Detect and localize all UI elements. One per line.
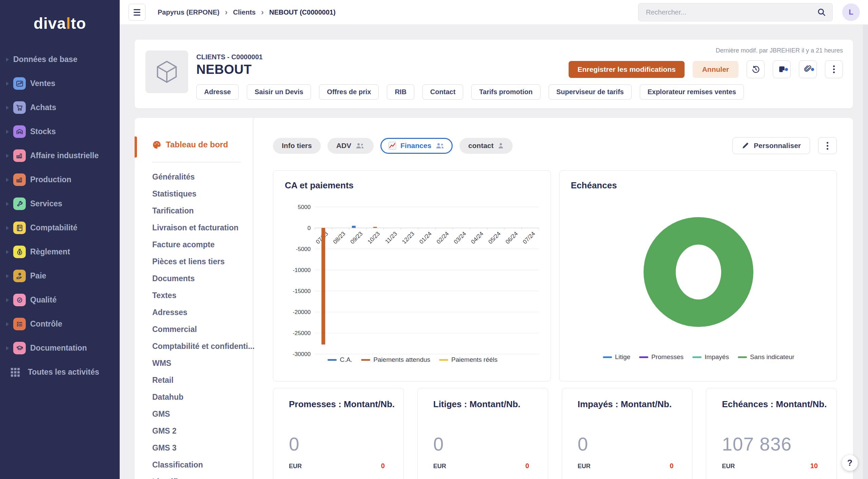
hamburger-menu-button[interactable] bbox=[129, 4, 145, 21]
legend-swatch bbox=[361, 359, 370, 361]
notification-dot bbox=[811, 68, 814, 71]
bar-chart-legend: C.A.Paiements attendusPaiements rééls bbox=[285, 356, 540, 363]
quick-link-saisir-un-devis[interactable]: Saisir un Devis bbox=[247, 84, 311, 100]
svg-text:-5000: -5000 bbox=[296, 246, 311, 252]
quick-link-explorateur-remises-ventes[interactable]: Explorateur remises ventes bbox=[640, 84, 744, 100]
sidebar-item-label: Production bbox=[30, 175, 71, 184]
sidebar-item-label: Qualité bbox=[30, 295, 57, 305]
sidebar-item-ventes[interactable]: Ventes bbox=[0, 71, 120, 96]
kpi-value: 0 bbox=[289, 433, 403, 455]
notes-button[interactable] bbox=[773, 60, 791, 78]
section-item-tarification[interactable]: Tarification bbox=[135, 202, 253, 219]
svg-text:07/24: 07/24 bbox=[521, 230, 536, 245]
tab-adv[interactable]: ADV bbox=[328, 138, 374, 154]
history-button[interactable] bbox=[747, 60, 765, 78]
svg-text:06/24: 06/24 bbox=[504, 230, 519, 245]
sidebar-item-comptabilite[interactable]: Comptabilité bbox=[0, 216, 120, 240]
search-button[interactable] bbox=[814, 5, 829, 20]
section-item-gms-2[interactable]: GMS 2 bbox=[135, 422, 253, 439]
dashboard-more-button[interactable] bbox=[818, 137, 837, 154]
tab-finances[interactable]: Finances bbox=[380, 138, 453, 154]
avatar[interactable]: L bbox=[842, 3, 860, 21]
breadcrumb-item-nebout-c0000001: NEBOUT (C0000001) bbox=[269, 8, 336, 16]
sidebar-item-reglement[interactable]: Règlement bbox=[0, 240, 120, 264]
legend-swatch bbox=[639, 356, 648, 358]
checklist-icon bbox=[13, 318, 26, 330]
tabs-actions: Personnaliser bbox=[732, 137, 837, 154]
sidebar-item-documentation[interactable]: Documentation bbox=[0, 336, 120, 360]
svg-text:04/24: 04/24 bbox=[470, 230, 485, 245]
sidebar-item-services[interactable]: Services bbox=[0, 192, 120, 216]
legend-label: C.A. bbox=[340, 356, 352, 363]
history-icon bbox=[751, 65, 760, 74]
breadcrumb: Papyrus (ERPONE)›Clients›NEBOUT (C000000… bbox=[158, 8, 336, 16]
section-item-wms[interactable]: WMS bbox=[135, 355, 253, 372]
tab-label: Info tiers bbox=[282, 142, 312, 150]
quick-link-adresse[interactable]: Adresse bbox=[196, 84, 239, 100]
sidebar-item-affaire-industrielle[interactable]: Affaire industrielle bbox=[0, 144, 120, 168]
kpi-footer: EUR 0 bbox=[433, 462, 529, 470]
charts-row: CA et paiements 50000-5000-10000-15000-2… bbox=[273, 170, 837, 381]
chevron-right-icon bbox=[6, 226, 9, 230]
quick-links-row: AdresseSaisir un DevisOffres de prixRIBC… bbox=[196, 84, 744, 100]
quick-link-contact[interactable]: Contact bbox=[422, 84, 463, 100]
section-item-gms[interactable]: GMS bbox=[135, 405, 253, 422]
section-item-pieces-et-liens-tiers[interactable]: Pièces et liens tiers bbox=[135, 253, 253, 270]
sidebar-item-production[interactable]: Production bbox=[0, 168, 120, 192]
section-item-statistiques[interactable]: Statistiques bbox=[135, 185, 253, 202]
section-item-comptabilite-et-confidenti[interactable]: Comptabilité et confidenti... bbox=[135, 338, 253, 355]
section-item-datahub[interactable]: Datahub bbox=[135, 389, 253, 405]
legend-item-paiements-attendus: Paiements attendus bbox=[361, 356, 430, 363]
section-nav-list: GénéralitésStatistiquesTarificationLivra… bbox=[135, 168, 253, 479]
sidebar-item-controle[interactable]: Contrôle bbox=[0, 312, 120, 336]
sidebar-item-paie[interactable]: Paie bbox=[0, 264, 120, 288]
breadcrumb-item-clients[interactable]: Clients bbox=[233, 8, 256, 16]
section-item-facture-acompte[interactable]: Facture acompte bbox=[135, 236, 253, 253]
page-scrollbar[interactable] bbox=[863, 25, 868, 479]
sidebar-item-stocks[interactable]: Stocks bbox=[0, 120, 120, 144]
attachments-button[interactable] bbox=[799, 60, 817, 78]
search-input[interactable] bbox=[645, 8, 814, 17]
section-item-tableau-de-bord[interactable]: Tableau de bord bbox=[135, 136, 253, 154]
section-item-generalites[interactable]: Généralités bbox=[135, 168, 253, 185]
breadcrumb-item-papyrus-erpone[interactable]: Papyrus (ERPONE) bbox=[158, 8, 219, 16]
sidebar-nav: Données de baseVentesAchatsStocksAffaire… bbox=[0, 47, 120, 360]
kpi-currency: EUR bbox=[578, 463, 591, 470]
section-item-gms-3[interactable]: GMS 3 bbox=[135, 439, 253, 456]
sidebar-item-achats[interactable]: Achats bbox=[0, 96, 120, 120]
cancel-button[interactable]: Annuler bbox=[693, 61, 738, 78]
sidebar-item-qualite[interactable]: Qualité bbox=[0, 288, 120, 312]
bar-chart: 50000-5000-10000-15000-20000-25000-30000… bbox=[285, 193, 540, 356]
sidebar-item-donnees-de-base[interactable]: Données de base bbox=[0, 47, 120, 71]
last-modified-text: Dernière modif. par JBREHIER il y a 21 h… bbox=[569, 47, 843, 54]
legend-label: Promesses bbox=[651, 353, 684, 361]
section-item-documents[interactable]: Documents bbox=[135, 270, 253, 287]
tab-contact[interactable]: contact bbox=[459, 138, 513, 154]
person-icon bbox=[498, 143, 504, 149]
content-area: CLIENTS - C0000001 NEBOUT AdresseSaisir … bbox=[120, 25, 868, 479]
quick-link-superviseur-de-tarifs[interactable]: Superviseur de tarifs bbox=[549, 84, 632, 100]
help-button[interactable]: ? bbox=[842, 455, 858, 471]
quick-link-offres-de-prix[interactable]: Offres de prix bbox=[319, 84, 379, 100]
quick-link-rib[interactable]: RIB bbox=[387, 84, 414, 100]
legend-swatch bbox=[328, 359, 337, 361]
section-item-adresses[interactable]: Adresses bbox=[135, 304, 253, 321]
personnaliser-button[interactable]: Personnaliser bbox=[732, 137, 810, 154]
svg-text:5000: 5000 bbox=[298, 204, 311, 210]
section-item-retail[interactable]: Retail bbox=[135, 372, 253, 389]
save-button[interactable]: Enregistrer les modifications bbox=[569, 61, 684, 78]
section-item-identifiants[interactable]: Identifiants bbox=[135, 473, 253, 479]
section-item-commercial[interactable]: Commercial bbox=[135, 321, 253, 338]
sidebar-item-label: Données de base bbox=[13, 55, 77, 64]
sidebar-item-label: Règlement bbox=[30, 247, 70, 256]
section-item-textes[interactable]: Textes bbox=[135, 287, 253, 304]
sidebar-item-toutes-les-activites[interactable]: Toutes les activités bbox=[0, 360, 120, 384]
kpi-card-impayes: Impayés : Montant/Nb. 0 EUR 0 bbox=[562, 388, 693, 479]
section-item-classification[interactable]: Classification bbox=[135, 456, 253, 473]
quick-link-tarifs-promotion[interactable]: Tarifs promotion bbox=[471, 84, 540, 100]
section-item-livraison-et-facturation[interactable]: Livraison et facturation bbox=[135, 219, 253, 236]
svg-text:09/23: 09/23 bbox=[349, 230, 364, 245]
more-options-button[interactable] bbox=[825, 60, 843, 78]
tab-info-tiers[interactable]: Info tiers bbox=[273, 138, 321, 154]
svg-text:-20000: -20000 bbox=[293, 309, 311, 315]
